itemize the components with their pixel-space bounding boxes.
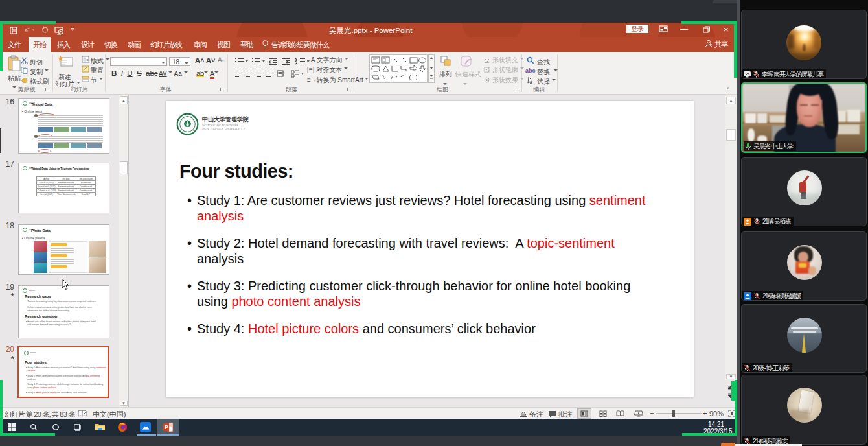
svg-text:学: 学 bbox=[190, 116, 192, 119]
svg-text:A: A bbox=[190, 131, 191, 133]
svg-text:Y: Y bbox=[188, 132, 189, 134]
svg-text:大: 大 bbox=[187, 115, 188, 118]
svg-text:N: N bbox=[185, 131, 187, 133]
svg-text:管: 管 bbox=[192, 119, 194, 121]
svg-text:山: 山 bbox=[183, 116, 185, 119]
svg-text:S: S bbox=[181, 128, 182, 130]
svg-text:中: 中 bbox=[181, 119, 183, 121]
svg-text:P: P bbox=[165, 424, 168, 430]
svg-text:U: U bbox=[183, 130, 184, 132]
